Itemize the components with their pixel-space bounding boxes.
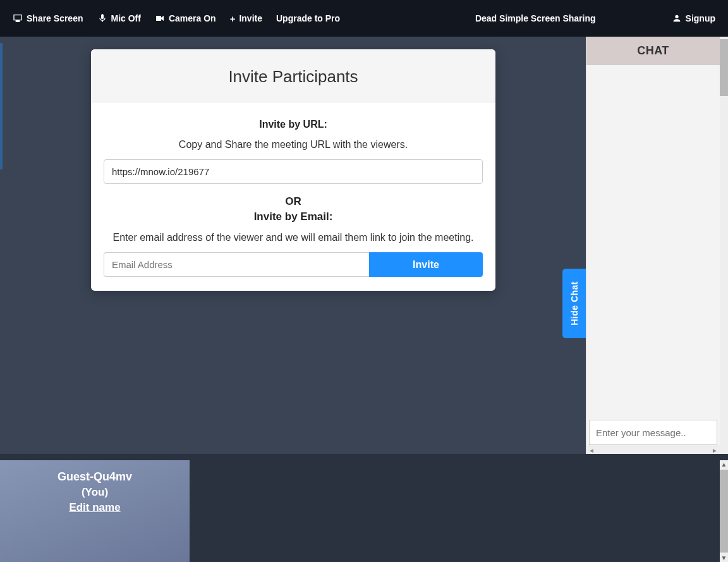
signup-button[interactable]: Signup: [672, 13, 715, 23]
meeting-url-input[interactable]: [104, 159, 483, 184]
monitor-icon: [13, 13, 23, 23]
modal-header: Invite Participants: [91, 49, 495, 102]
top-toolbar: Share Screen Mic Off Camera On + Invite …: [0, 0, 728, 37]
main-vertical-scrollbar[interactable]: [720, 37, 728, 454]
upgrade-label: Upgrade to Pro: [276, 13, 340, 23]
scroll-right-arrow-icon[interactable]: ►: [712, 447, 718, 454]
participants-strip: Guest-Qu4mv (You) Edit name ▲ ▼: [0, 454, 728, 562]
scrollbar-thumb[interactable]: [720, 39, 728, 96]
invite-label: Invite: [239, 13, 262, 23]
scroll-down-arrow-icon[interactable]: ▼: [720, 554, 728, 562]
scroll-up-arrow-icon[interactable]: ▲: [720, 460, 728, 468]
scrollbar-thumb[interactable]: [720, 470, 728, 553]
email-field[interactable]: [104, 252, 369, 277]
url-description: Copy and Share the meeting URL with the …: [104, 139, 483, 150]
user-icon: [672, 13, 682, 23]
hide-chat-label: Hide Chat: [569, 281, 579, 326]
microphone-icon: [97, 13, 107, 23]
chat-horizontal-scrollbar[interactable]: ◄ ►: [586, 446, 720, 454]
you-indicator: (You): [82, 486, 108, 499]
share-screen-label: Share Screen: [27, 13, 83, 23]
send-invite-button[interactable]: Invite: [369, 252, 483, 277]
modal-title: Invite Participants: [104, 67, 483, 87]
scroll-left-arrow-icon[interactable]: ◄: [588, 447, 595, 454]
left-edge-indicator: [0, 43, 3, 169]
camera-label: Camera On: [169, 13, 216, 23]
signup-label: Signup: [686, 13, 715, 23]
camera-toggle-button[interactable]: Camera On: [155, 13, 216, 23]
edit-name-link[interactable]: Edit name: [69, 501, 120, 514]
invite-button[interactable]: + Invite: [230, 13, 262, 23]
participant-tile: Guest-Qu4mv (You) Edit name: [0, 460, 190, 562]
invite-modal: Invite Participants Invite by URL: Copy …: [91, 49, 495, 291]
share-screen-button[interactable]: Share Screen: [13, 13, 83, 23]
camera-icon: [155, 13, 165, 23]
email-description: Enter email address of the viewer and we…: [104, 232, 483, 243]
or-divider: OR: [104, 195, 483, 208]
invite-by-email-label: Invite by Email:: [104, 211, 483, 223]
chat-input[interactable]: [589, 420, 717, 445]
plus-icon: +: [230, 14, 236, 23]
upgrade-link[interactable]: Upgrade to Pro: [276, 13, 340, 23]
mic-toggle-button[interactable]: Mic Off: [97, 13, 141, 23]
mic-label: Mic Off: [111, 13, 141, 23]
participant-name: Guest-Qu4mv: [58, 470, 132, 484]
chat-header: CHAT: [586, 37, 720, 65]
hide-chat-button[interactable]: Hide Chat: [562, 269, 586, 338]
chat-panel: CHAT ◄ ►: [586, 37, 720, 454]
brand-title: Dead Simple Screen Sharing: [475, 13, 596, 23]
invite-by-url-label: Invite by URL:: [104, 119, 483, 130]
strip-vertical-scrollbar[interactable]: ▲ ▼: [720, 460, 728, 562]
